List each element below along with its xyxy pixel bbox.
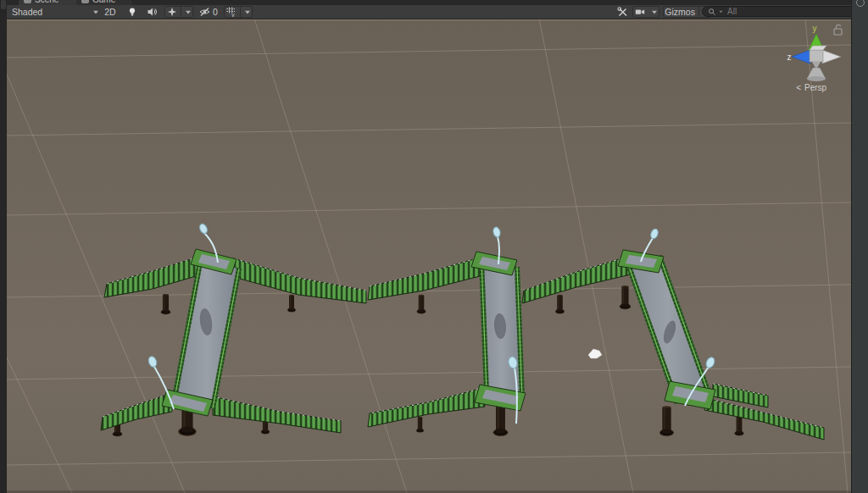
walkway: [175, 258, 239, 408]
unity-scene-view-window: Scene Game Shaded 2D: [0, 0, 868, 493]
grid-visibility-dropdown[interactable]: [243, 7, 252, 17]
scene-search-box[interactable]: [702, 6, 856, 17]
eye-slash-icon: [199, 7, 210, 17]
footbridge-middle[interactable]: [368, 226, 565, 435]
scene-lighting-button[interactable]: [124, 6, 141, 18]
right-panel-edge: [851, 0, 868, 493]
scene-camera-dropdown[interactable]: [649, 7, 659, 17]
divider: [240, 7, 241, 17]
corner-circle-icon: [856, 0, 865, 7]
chevron-down-icon: [650, 8, 659, 16]
effects-sparkle-icon: [167, 7, 177, 17]
down-axis-base: [807, 76, 826, 81]
draw-mode-label: Shaded: [12, 7, 42, 17]
scene-tools-button[interactable]: [614, 6, 631, 18]
scene-camera-button[interactable]: [633, 7, 647, 17]
search-input[interactable]: [726, 6, 831, 17]
x-axis-cone[interactable]: [822, 50, 841, 64]
scene-audio-button[interactable]: [142, 6, 161, 18]
scene-viewport[interactable]: y z < Persp: [7, 19, 851, 493]
grid-visibility-button[interactable]: y: [225, 7, 237, 17]
lamp-head: [492, 226, 502, 238]
projection-label: Persp: [804, 83, 827, 92]
scene-tab-label: Scene: [35, 0, 58, 5]
view-orientation-gizmo[interactable]: y z: [787, 24, 842, 81]
footbridge-left[interactable]: [101, 223, 366, 436]
ground-grid: [7, 19, 851, 493]
search-icon: [708, 8, 716, 16]
gizmo-center-cube[interactable]: [810, 50, 823, 62]
gizmos-label: Gizmos: [665, 7, 695, 17]
walkway: [627, 256, 709, 403]
search-filter-chevron-icon: [718, 8, 724, 14]
gizmos-button[interactable]: Gizmos: [664, 7, 696, 17]
scene-tab-icon: [24, 0, 31, 3]
grid-axis-icon: y: [226, 7, 236, 17]
svg-text:y: y: [231, 12, 235, 17]
wrench-screwdriver-icon: [617, 7, 628, 18]
projection-toggle[interactable]: < Persp: [796, 83, 826, 92]
2d-toggle-button[interactable]: 2D: [100, 6, 120, 18]
white-object[interactable]: [588, 349, 602, 358]
lamp-head: [198, 223, 209, 235]
persp-back-icon[interactable]: <: [796, 83, 801, 92]
chevron-down-icon: [184, 8, 192, 16]
z-axis-cone[interactable]: [792, 50, 810, 64]
draw-mode-dropdown[interactable]: Shaded: [8, 6, 103, 18]
scene-camera-group: [632, 6, 659, 18]
lamp-head: [147, 355, 159, 368]
z-axis-label: z: [787, 53, 792, 62]
y-axis-label: y: [813, 24, 817, 33]
left-panel-nub: [1, 0, 6, 9]
grid-visibility-group: y: [224, 6, 253, 18]
lamp-head: [649, 228, 659, 240]
divider: [181, 7, 181, 17]
scene-canvas[interactable]: y z < Persp: [7, 19, 851, 493]
hidden-objects-count: 0: [213, 7, 218, 17]
chevron-down-icon: [243, 8, 252, 16]
left-panel-edge: [0, 0, 7, 493]
light-bulb-icon: [127, 7, 137, 17]
chevron-down-icon: [92, 8, 100, 16]
game-tab-icon: [81, 0, 89, 3]
scene-effects-group: [164, 6, 193, 18]
hidden-objects-button[interactable]: 0: [197, 6, 220, 18]
divider: [698, 7, 699, 17]
scene-effects-button[interactable]: [165, 7, 178, 17]
lamp-head: [704, 356, 716, 369]
footbridge-right[interactable]: [522, 228, 824, 440]
scene-effects-dropdown[interactable]: [184, 7, 192, 17]
game-tab-label: Game: [92, 0, 115, 5]
scene-toolbar: Shaded 2D: [7, 5, 851, 19]
camera-icon: [635, 7, 645, 17]
speaker-icon: [147, 7, 157, 17]
gizmo-lock-icon[interactable]: [834, 25, 842, 35]
